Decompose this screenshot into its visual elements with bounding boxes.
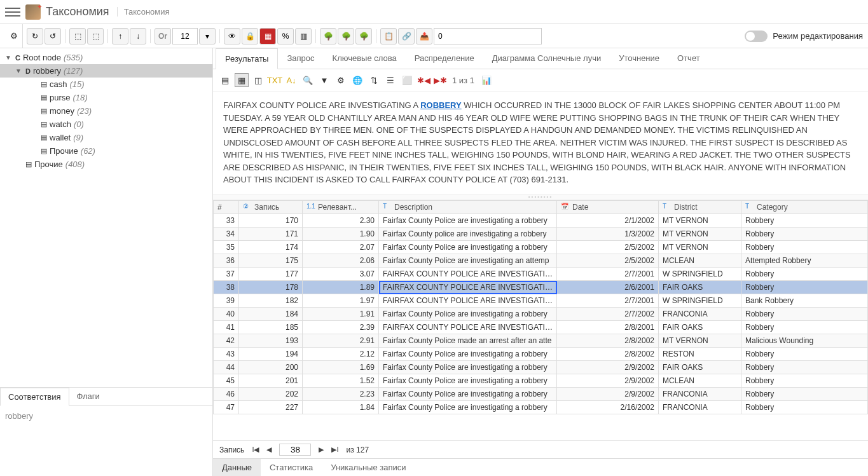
undo-button[interactable]: ↺ [45,28,61,44]
eye-button[interactable]: 👁 [224,28,240,44]
pager-prev-icon[interactable]: ◀ [266,445,272,454]
tree-button-3[interactable]: 🌳 [355,28,372,44]
tree-root[interactable]: ▼ C Root node (535) [0,51,212,64]
main-tab[interactable]: Запрос [278,48,323,69]
main-tab[interactable]: Отчет [668,48,709,69]
bottom-tab[interactable]: Данные [213,459,261,476]
table-row[interactable]: 361752.06Fairfax County Police are inves… [214,254,868,268]
sort-arrows-icon[interactable]: ⇅ [367,73,381,87]
prev-result-icon[interactable]: ✱◀ [417,73,431,87]
tree-node[interactable]: ▤Прочие(62) [0,144,212,158]
col-description[interactable]: TDescription [379,200,557,214]
table-row[interactable]: 431942.12Fairfax County Police are inves… [214,348,868,361]
bottom-tab[interactable]: Статистика [261,459,322,476]
pager-last-icon[interactable]: ▶I [331,445,338,454]
col-category[interactable]: TCategory [741,200,868,214]
collapse-button[interactable]: ⬚ [87,28,104,44]
or-button[interactable]: Or [155,28,171,44]
tree-node[interactable]: ▤cash(15) [0,78,212,91]
app-title: Таксономия [46,5,109,18]
lock-button[interactable]: 🔒 [242,28,258,44]
tree-button-2[interactable]: 🌳 [338,28,354,44]
caret-icon[interactable]: ▼ [5,54,13,61]
expand-button[interactable]: ⬚ [69,28,86,44]
filter-icon[interactable]: ▼ [317,73,331,87]
export-button[interactable]: 📤 [416,28,432,44]
tree-node[interactable]: ▤watch(0) [0,118,212,131]
tree-node[interactable]: ▤Прочие(408) [0,158,212,171]
settings-icon[interactable]: ⚙ [5,24,23,48]
main-tab[interactable]: Ключевые слова [324,48,406,69]
view-split-icon[interactable]: ◫ [251,73,265,87]
menu-icon[interactable] [5,4,20,20]
pager-first-icon[interactable]: I◀ [252,445,259,454]
globe-icon[interactable]: 🌐 [350,73,364,87]
tree-button-1[interactable]: 🌳 [320,28,336,44]
node-count: (23) [77,106,92,116]
tree-node[interactable]: ▤wallet(9) [0,131,212,144]
tab-matches[interactable]: Соответствия [0,388,69,406]
table-row[interactable]: 401841.91Fairfax County Police are inves… [214,308,868,321]
col-district[interactable]: TDistrict [659,200,741,214]
table-row[interactable]: 452011.52Fairfax County Police are inves… [214,374,868,388]
results-grid[interactable]: # ②Запись 1.1Релевант... TDescription 📅D… [213,200,868,441]
clipboard-button[interactable]: 📋 [380,28,397,44]
font-size-input[interactable] [172,28,198,44]
view-grid-icon[interactable]: ▦ [235,73,249,87]
caret-icon[interactable]: ▼ [15,67,23,74]
binoculars-icon[interactable]: 🔍 [301,73,315,87]
col-relevance[interactable]: 1.1Релевант... [303,200,379,214]
table-row[interactable]: 472271.84Fairfax County Police are inves… [214,401,868,414]
percent-button[interactable]: % [277,28,294,44]
matches-content: robbery [0,406,212,426]
tree-node[interactable]: ▤purse(18) [0,91,212,104]
pager-input[interactable] [279,444,311,456]
node-count: (62) [81,146,95,156]
column-button[interactable]: ▥ [295,28,312,44]
tree-node[interactable]: ▼Drobbery(127) [0,64,212,78]
up-button[interactable]: ↑ [112,28,128,44]
splitter-handle[interactable]: •••••••• [213,194,868,200]
bottom-tab[interactable]: Уникальные записи [322,459,415,476]
value-spinner[interactable] [434,28,542,44]
main-tab[interactable]: Уточнение [610,48,668,69]
gear-icon[interactable]: ⚙ [334,73,348,87]
font-dropdown-button[interactable]: ▾ [199,28,216,44]
chart-icon[interactable]: 📊 [479,73,493,87]
table-row[interactable]: 421932.91Fairfax County Police made an a… [214,334,868,348]
next-result-icon[interactable]: ▶✱ [433,73,447,87]
doc-icon: ▤ [41,120,47,128]
table-row[interactable]: 462022.23Fairfax County Police are inves… [214,388,868,401]
col-record[interactable]: ②Запись [239,200,303,214]
col-num[interactable]: # [214,200,239,214]
table-row[interactable]: 411852.39FAIRFAX COUNTY POLICE ARE INVES… [214,321,868,334]
table-row[interactable]: 341711.90Fairfax County police are inves… [214,228,868,241]
pager-next-icon[interactable]: ▶ [319,445,324,454]
link-button[interactable]: 🔗 [398,28,415,44]
detail-highlight[interactable]: ROBBERY [420,100,462,110]
table-row[interactable]: 442001.69Fairfax County Police are inves… [214,361,868,374]
txt-icon[interactable]: TXT [268,73,282,87]
tab-flags[interactable]: Флаги [69,388,107,405]
tree-node[interactable]: ▤money(23) [0,104,212,118]
view-list-icon[interactable]: ▤ [218,73,232,87]
highlight-button[interactable]: ▦ [259,28,276,44]
refresh-button[interactable]: ↻ [27,28,43,44]
col-date[interactable]: 📅Date [557,200,659,214]
edit-mode-toggle[interactable] [745,31,768,42]
sort-az-icon[interactable]: A↓ [284,73,298,87]
table-row[interactable]: 331702.30Fairfax County Police are inves… [214,214,868,228]
down-button[interactable]: ↓ [130,28,146,44]
main-tab[interactable]: Распределение [406,48,483,69]
table-row[interactable]: 351742.07Fairfax County Police are inves… [214,241,868,254]
table-row[interactable]: 381781.89FAIRFAX COUNTY POLICE ARE INVES… [214,281,868,294]
table-row[interactable]: 391821.97FAIRFAX COUNTY POLICE ARE INVES… [214,294,868,308]
main-tab[interactable]: Результаты [216,48,278,69]
main-tab[interactable]: Диаграмма Солнечные лучи [483,48,610,69]
main-tabs: РезультатыЗапросКлючевые словаРаспределе… [213,48,868,69]
node-label: Root node [23,53,61,62]
pager-text: 1 из 1 [452,76,474,85]
table-row[interactable]: 371773.07FAIRFAX COUNTY POLICE ARE INVES… [214,268,868,281]
bullet-list-icon[interactable]: ☰ [383,73,397,87]
window-icon[interactable]: ⬜ [400,73,414,87]
